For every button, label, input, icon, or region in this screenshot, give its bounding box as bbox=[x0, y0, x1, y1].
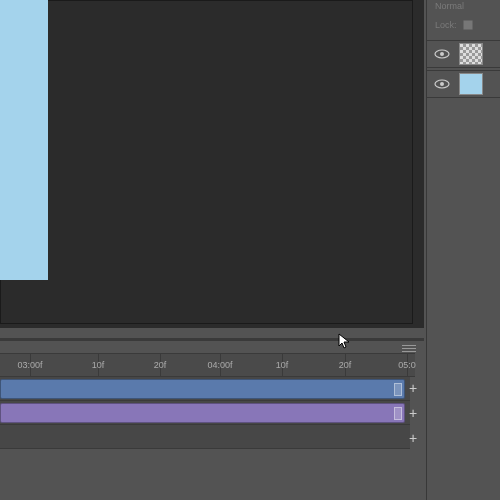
blend-mode-label[interactable]: Normal bbox=[435, 1, 464, 11]
ruler-label: 05:0 bbox=[398, 360, 416, 370]
ruler-label: 20f bbox=[154, 360, 167, 370]
ruler-label: 20f bbox=[339, 360, 352, 370]
timeline-clip[interactable] bbox=[0, 403, 405, 423]
add-keyframe-button[interactable]: + bbox=[406, 382, 420, 396]
mouse-cursor-icon bbox=[338, 333, 352, 351]
lock-transparency-icon[interactable] bbox=[461, 18, 475, 32]
layer-row[interactable] bbox=[427, 40, 500, 68]
panel-menu-icon[interactable] bbox=[402, 343, 418, 353]
lock-label: Lock: bbox=[435, 20, 457, 30]
add-keyframe-button[interactable]: + bbox=[406, 432, 420, 446]
ruler-label: 04:00f bbox=[207, 360, 232, 370]
canvas-viewport[interactable] bbox=[0, 0, 424, 328]
canvas-content bbox=[0, 0, 48, 280]
svg-rect-0 bbox=[463, 20, 473, 30]
layer-thumbnail[interactable] bbox=[459, 43, 483, 65]
layer-row[interactable] bbox=[427, 70, 500, 98]
timeline-track[interactable] bbox=[0, 425, 424, 449]
timeline-panel: 03:00f10f20f04:00f10f20f05:0 + + + bbox=[0, 338, 424, 500]
ruler-label: 03:00f bbox=[17, 360, 42, 370]
svg-point-4 bbox=[440, 82, 444, 86]
ruler-label: 10f bbox=[276, 360, 289, 370]
clip-end-handle[interactable] bbox=[394, 407, 402, 420]
track-controls-strip: + + + bbox=[410, 377, 424, 455]
ruler-label: 10f bbox=[92, 360, 105, 370]
timeline-header bbox=[0, 341, 424, 351]
canvas-border bbox=[0, 0, 413, 324]
clip-end-handle[interactable] bbox=[394, 383, 402, 396]
timeline-track[interactable] bbox=[0, 377, 424, 401]
timeline-clip[interactable] bbox=[0, 379, 405, 399]
timeline-tracks bbox=[0, 377, 424, 449]
visibility-icon[interactable] bbox=[433, 45, 451, 63]
svg-point-2 bbox=[440, 52, 444, 56]
layers-panel: Normal Lock: bbox=[426, 0, 500, 500]
timeline-track[interactable] bbox=[0, 401, 424, 425]
lock-row: Lock: bbox=[435, 18, 475, 32]
add-keyframe-button[interactable]: + bbox=[406, 407, 420, 421]
timeline-ruler[interactable]: 03:00f10f20f04:00f10f20f05:0 bbox=[0, 353, 415, 377]
visibility-icon[interactable] bbox=[433, 75, 451, 93]
layer-thumbnail[interactable] bbox=[459, 73, 483, 95]
